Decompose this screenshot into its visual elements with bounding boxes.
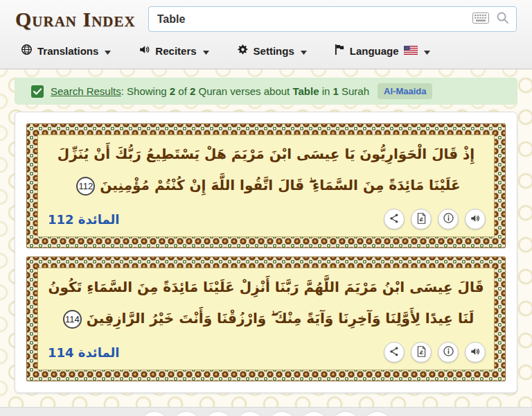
nav-language-label: Language [350, 45, 399, 57]
ayah-number-badge: 114 [63, 310, 82, 329]
alert-surah-count: 1 [333, 85, 339, 97]
nav-translations[interactable]: Translations [21, 44, 111, 58]
footer-share-button[interactable] [363, 411, 392, 416]
alert-colon: : [121, 85, 127, 97]
nav-reciters[interactable]: Reciters [139, 44, 209, 58]
nav-settings[interactable]: Settings [237, 44, 307, 58]
verse-card: قَالَ عِيسَى ابْنُ مَرْيَمَ اللَّهُمَّ ر… [26, 257, 506, 381]
verse-text: قَالَ عِيسَى ابْنُ مَرْيَمَ اللَّهُمَّ ر… [48, 279, 484, 327]
alert-about: Quran verses about [195, 85, 292, 97]
search-icons [472, 11, 509, 27]
alert-count: 2 [170, 85, 175, 97]
search-box[interactable] [148, 6, 517, 32]
us-flag-icon [404, 45, 418, 57]
results-card: إِذْ قَالَ الْحَوَارِيُّونَ يَا عِيسَى ا… [15, 112, 517, 393]
verse-inner: إِذْ قَالَ الْحَوَارِيُّونَ يَا عِيسَى ا… [37, 135, 495, 237]
share-button[interactable] [384, 342, 405, 363]
footer-share-button[interactable] [267, 411, 296, 416]
verse-actions [384, 209, 486, 229]
alert-text: Search Results: Showing 2 of 2 Quran ver… [51, 85, 369, 97]
chevron-down-icon [105, 45, 111, 57]
verse-card: إِذْ قَالَ الْحَوَارِيُّونَ يَا عِيسَى ا… [26, 123, 506, 248]
share-button[interactable] [384, 209, 405, 229]
chevron-down-icon [424, 45, 430, 57]
alert-showing: Showing [127, 85, 170, 97]
main-nav: Translations Reciters [0, 32, 532, 58]
search-icon[interactable] [496, 11, 509, 27]
ayah-number-badge: 112 [76, 177, 95, 196]
verse-arabic-text: إِذْ قَالَ الْحَوَارِيُّونَ يَا عِيسَى ا… [38, 135, 494, 209]
chevron-down-icon [301, 45, 307, 57]
info-icon [443, 345, 454, 359]
footer-share-button[interactable] [331, 411, 360, 416]
globe-icon [21, 44, 33, 58]
nav-language[interactable]: Language [335, 44, 430, 58]
keyboard-icon[interactable] [472, 12, 489, 26]
chevron-down-icon [203, 45, 209, 57]
audio-button[interactable] [465, 342, 486, 363]
verse-actions [384, 342, 486, 363]
pdf-button[interactable] [411, 342, 432, 363]
surah-link[interactable]: المائدة 114 [48, 345, 119, 360]
nav-reciters-label: Reciters [155, 45, 196, 57]
footer-share-button[interactable] [140, 411, 169, 416]
surah-badge[interactable]: Al-Maaida [378, 83, 432, 99]
surah-link[interactable]: المائدة 112 [48, 212, 119, 227]
share-icon [389, 346, 400, 359]
alert-search-term: Table [292, 85, 319, 97]
pdf-button[interactable] [411, 209, 432, 229]
footer-share-button[interactable] [299, 411, 328, 416]
verse-inner: قَالَ عِيسَى ابْنُ مَرْيَمَ اللَّهُمَّ ر… [37, 268, 495, 370]
gear-icon [237, 44, 249, 58]
flag-icon [335, 44, 345, 58]
audio-icon [470, 346, 481, 359]
logo[interactable]: Quran Index [15, 7, 136, 32]
info-button[interactable] [438, 342, 459, 363]
pdf-icon [416, 213, 427, 226]
verse-text: إِذْ قَالَ الْحَوَارِيُّونَ يَا عِيسَى ا… [57, 146, 475, 193]
nav-translations-label: Translations [37, 45, 98, 57]
info-icon [443, 212, 454, 226]
share-icon [389, 213, 400, 226]
footer-share-button[interactable] [172, 411, 201, 416]
verse-footer: المائدة 112 [38, 209, 494, 236]
content-area: Search Results: Showing 2 of 2 Quran ver… [0, 69, 532, 407]
footer-share-button[interactable] [236, 411, 265, 416]
footer-strip [0, 407, 532, 416]
header: Quran Index [0, 0, 532, 69]
info-button[interactable] [438, 209, 459, 229]
search-input[interactable] [157, 13, 472, 26]
speaker-icon [139, 44, 150, 58]
alert-surah-word: Surah [339, 85, 369, 97]
audio-button[interactable] [465, 209, 486, 229]
verse-footer: المائدة 114 [38, 342, 494, 370]
search-results-link[interactable]: Search Results [51, 85, 121, 97]
footer-share-button[interactable] [204, 411, 233, 416]
pdf-icon [416, 346, 427, 359]
search-results-alert: Search Results: Showing 2 of 2 Quran ver… [15, 78, 517, 105]
header-top: Quran Index [0, 0, 532, 32]
verse-arabic-text: قَالَ عِيسَى ابْنُ مَرْيَمَ اللَّهُمَّ ر… [38, 268, 494, 342]
alert-in: in [319, 85, 332, 97]
audio-icon [470, 213, 481, 226]
nav-settings-label: Settings [254, 45, 294, 57]
alert-of: of [175, 85, 190, 97]
checkbox-check-icon [31, 85, 44, 98]
page: Quran Index [0, 0, 532, 416]
